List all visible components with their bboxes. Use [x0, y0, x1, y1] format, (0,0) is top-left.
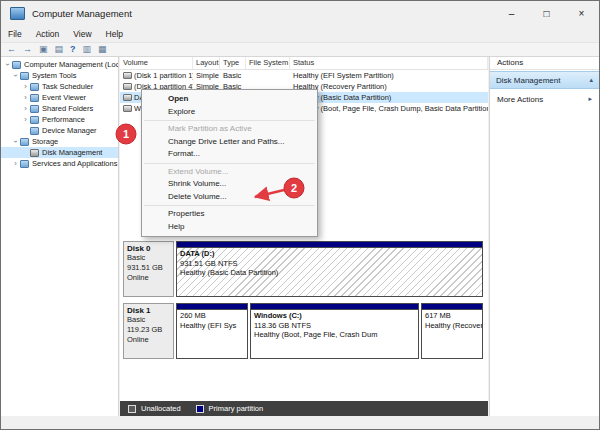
column-header-type[interactable]: Type [220, 57, 246, 69]
title-bar: Computer Management – □ × [1, 1, 599, 25]
column-header-file-system[interactable]: File System [246, 57, 290, 69]
tree-item-event-viewer[interactable]: › Event Viewer [1, 92, 118, 103]
partition-title: DATA (D:) [180, 249, 479, 259]
disk-0-row: Disk 0 Basic 931.51 GB Online DATA (D:) … [123, 241, 485, 297]
toolbar: ← → ▣ ▤ ? ▥ ▦ [1, 42, 599, 57]
app-icon [10, 7, 25, 20]
partition-title: 260 MB [180, 311, 244, 321]
volume-icon [123, 83, 132, 90]
disk-1-label[interactable]: Disk 1 Basic 119.23 GB Online [123, 303, 174, 359]
disk-name: Disk 1 [127, 306, 170, 315]
tree-item-services-and-applications[interactable]: › Services and Applications [1, 158, 118, 169]
console-tree-icon[interactable]: ▣ [39, 45, 48, 54]
actions-disk-management-header[interactable]: Disk Management ▴ [490, 71, 599, 89]
disk-type: Basic [127, 253, 170, 263]
forward-icon[interactable]: → [23, 45, 32, 54]
chevron-right-icon[interactable]: › [21, 104, 30, 113]
unallocated-swatch-icon [128, 405, 136, 413]
menu-item-shrink-volume[interactable]: Shrink Volume... [142, 178, 317, 191]
chevron-down-icon[interactable]: › [11, 71, 20, 80]
tree-item-disk-management[interactable]: Disk Management [1, 147, 118, 158]
volume-type: Basic [220, 71, 246, 80]
back-icon[interactable]: ← [7, 45, 16, 54]
menu-bar: File Action View Help [1, 25, 599, 42]
tree-item-label: Event Viewer [42, 93, 86, 102]
tree-item-task-scheduler[interactable]: › Task Scheduler [1, 81, 118, 92]
disk-1-row: Disk 1 Basic 119.23 GB Online 260 MB Hea… [123, 303, 485, 359]
task-scheduler-icon [30, 83, 39, 91]
volume-icon [123, 72, 132, 79]
disk-type: Basic [127, 315, 170, 325]
tree-item-label: Computer Management (Local [24, 60, 118, 69]
tree-item-system-tools[interactable]: › System Tools [1, 70, 118, 81]
menu-item-help[interactable]: Help [142, 221, 317, 234]
disk-0-label[interactable]: Disk 0 Basic 931.51 GB Online [123, 241, 174, 297]
disk-1-partitions: 260 MB Healthy (EFI Sys Windows (C:) 118… [176, 303, 485, 359]
partition-data-d[interactable]: DATA (D:) 931.51 GB NTFS Healthy (Basic … [176, 241, 483, 297]
disk-name: Disk 0 [127, 244, 170, 253]
export-list-icon[interactable]: ▥ [83, 45, 92, 54]
tree-item-computer-management[interactable]: › Computer Management (Local [1, 59, 118, 70]
partition-recovery[interactable]: 617 MB Healthy (Recovery [421, 303, 483, 359]
partition-size: 931.51 GB NTFS [180, 259, 479, 269]
system-tools-icon [20, 72, 29, 80]
help-icon[interactable]: ? [70, 45, 76, 54]
chevron-right-icon[interactable]: › [11, 159, 20, 168]
chevron-down-icon[interactable]: › [3, 60, 12, 69]
menu-help[interactable]: Help [99, 28, 130, 40]
tree-item-label: Device Manager [42, 126, 97, 135]
primary-partition-swatch-icon [196, 405, 204, 413]
menu-item-explore[interactable]: Explore [142, 106, 317, 119]
menu-item-open[interactable]: Open [142, 93, 317, 106]
views-icon[interactable]: ▦ [98, 45, 107, 54]
volume-row[interactable]: (Disk 1 partition 1) Simple Basic Health… [120, 70, 488, 81]
menu-item-format[interactable]: Format... [142, 148, 317, 161]
expand-right-icon[interactable]: ▸ [588, 95, 592, 103]
window-pane-icon[interactable]: ▤ [55, 45, 64, 54]
menu-item-delete-volume[interactable]: Delete Volume... [142, 191, 317, 204]
menu-view[interactable]: View [66, 28, 98, 40]
column-header-volume[interactable]: Volume [120, 57, 193, 69]
partition-status: Healthy (Recovery [425, 321, 479, 331]
more-actions-item[interactable]: More Actions ▸ [490, 92, 599, 106]
menu-separator [144, 163, 315, 164]
volume-status: Healthy (Basic Data Partition) [290, 93, 488, 102]
performance-icon [30, 116, 39, 124]
window-controls: – □ × [494, 1, 599, 25]
computer-management-window: Computer Management – □ × File Action Vi… [0, 0, 600, 430]
disk-status: Online [127, 335, 170, 345]
actions-pane-title: Actions [490, 57, 599, 70]
menu-file[interactable]: File [1, 28, 29, 40]
minimize-button[interactable]: – [494, 1, 529, 25]
tree-item-storage[interactable]: › Storage [1, 136, 118, 147]
collapse-up-icon[interactable]: ▴ [589, 76, 593, 84]
tree-item-label: Services and Applications [32, 159, 117, 168]
chevron-right-icon[interactable]: › [21, 82, 30, 91]
shared-folders-icon [30, 105, 39, 113]
menu-item-change-drive-letter[interactable]: Change Drive Letter and Paths... [142, 136, 317, 149]
partition-efi[interactable]: 260 MB Healthy (EFI Sys [176, 303, 248, 359]
partition-legend: Unallocated Primary partition [120, 401, 488, 416]
chevron-right-icon[interactable]: › [21, 115, 30, 124]
device-manager-icon [30, 127, 39, 135]
chevron-down-icon[interactable]: › [11, 137, 20, 146]
menu-item-properties[interactable]: Properties [142, 208, 317, 221]
disk-management-icon [30, 149, 39, 157]
event-viewer-icon [30, 94, 39, 102]
column-header-status[interactable]: Status [290, 57, 488, 69]
disk-size: 931.51 GB [127, 263, 170, 273]
tree-item-device-manager[interactable]: Device Manager [1, 125, 118, 136]
maximize-button[interactable]: □ [529, 1, 564, 25]
menu-action[interactable]: Action [29, 28, 67, 40]
tree-item-shared-folders[interactable]: › Shared Folders [1, 103, 118, 114]
volume-context-menu: Open Explore Mark Partition as Active Ch… [141, 89, 318, 237]
close-button[interactable]: × [564, 1, 599, 25]
tree-item-performance[interactable]: › Performance [1, 114, 118, 125]
volume-name: (Disk 1 partition 1) [134, 71, 193, 80]
column-header-layout[interactable]: Layout [193, 57, 220, 69]
partition-windows-c[interactable]: Windows (C:) 118.36 GB NTFS Healthy (Boo… [250, 303, 419, 359]
actions-pane: Actions Disk Management ▴ More Actions ▸ [489, 57, 599, 416]
chevron-right-icon[interactable]: › [21, 93, 30, 102]
tree-item-label: System Tools [32, 71, 76, 80]
partition-status: Healthy (EFI Sys [180, 321, 244, 331]
